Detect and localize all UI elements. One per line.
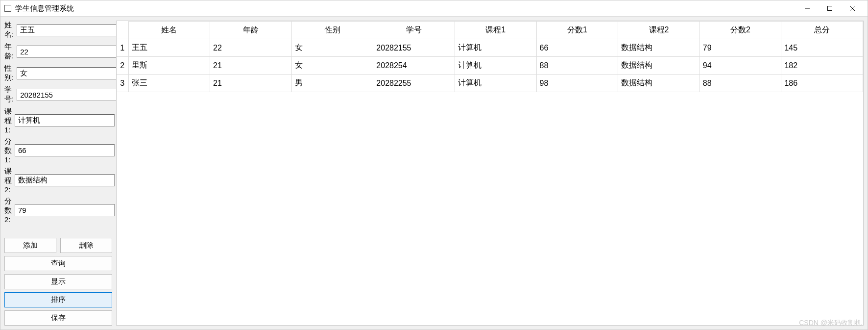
header-score2[interactable]: 分数2 — [699, 22, 781, 39]
cell-age: 21 — [210, 57, 292, 75]
label-sid: 学号: — [4, 85, 14, 104]
table-row[interactable]: 1 王五 22 女 20282155 计算机 66 数据结构 79 145 — [117, 39, 863, 57]
titlebar: 学生信息管理系统 — [0, 0, 868, 16]
table-header-row: 姓名 年龄 性别 学号 课程1 分数1 课程2 分数2 总分 — [117, 22, 863, 39]
label-age: 年龄: — [4, 42, 14, 61]
input-name[interactable] — [17, 24, 117, 36]
cell-course1: 计算机 — [455, 75, 536, 92]
cell-rownum: 3 — [117, 75, 128, 92]
field-score2: 分数2: — [4, 197, 112, 224]
app-window: 学生信息管理系统 姓名: 年龄: 性别: 学号: — [0, 0, 868, 330]
field-course2: 课程2: — [4, 167, 112, 194]
header-name[interactable]: 姓名 — [128, 22, 210, 39]
header-course1[interactable]: 课程1 — [455, 22, 536, 39]
header-course2[interactable]: 课程2 — [618, 22, 700, 39]
cell-score2: 79 — [699, 39, 781, 57]
app-icon — [4, 5, 11, 12]
cell-sid: 2028254 — [373, 57, 455, 75]
label-gender: 性别: — [4, 64, 14, 82]
delete-button[interactable]: 删除 — [60, 238, 112, 253]
cell-gender: 男 — [291, 75, 373, 92]
field-sid: 学号: — [4, 85, 112, 104]
input-age[interactable] — [17, 46, 117, 58]
cell-total: 182 — [781, 57, 863, 75]
cell-course2: 数据结构 — [618, 75, 700, 92]
cell-course1: 计算机 — [455, 39, 536, 57]
cell-rownum: 2 — [117, 57, 128, 75]
body: 姓名: 年龄: 性别: 学号: 课程1: 分数1: — [0, 16, 868, 330]
header-total[interactable]: 总分 — [781, 22, 863, 39]
field-gender: 性别: — [4, 64, 112, 82]
header-rownum — [117, 22, 128, 39]
label-score1: 分数1: — [4, 137, 12, 164]
sidebar: 姓名: 年龄: 性别: 学号: 课程1: 分数1: — [4, 21, 112, 326]
header-age[interactable]: 年龄 — [210, 22, 292, 39]
label-score2: 分数2: — [4, 197, 12, 224]
cell-course2: 数据结构 — [618, 39, 700, 57]
field-score1: 分数1: — [4, 137, 112, 164]
cell-gender: 女 — [291, 57, 373, 75]
minimize-icon — [804, 5, 810, 11]
window-title: 学生信息管理系统 — [15, 4, 74, 13]
cell-name: 张三 — [128, 75, 210, 92]
cell-sid: 20282255 — [373, 75, 455, 92]
cell-score2: 88 — [699, 75, 781, 92]
cell-course1: 计算机 — [455, 57, 536, 75]
cell-course2: 数据结构 — [618, 57, 700, 75]
maximize-button[interactable] — [819, 0, 841, 16]
header-sid[interactable]: 学号 — [373, 22, 455, 39]
input-gender[interactable] — [17, 67, 117, 79]
input-score2[interactable] — [15, 204, 115, 216]
cell-rownum: 1 — [117, 39, 128, 57]
add-button[interactable]: 添加 — [4, 238, 56, 253]
label-name: 姓名: — [4, 21, 14, 39]
close-icon — [849, 5, 855, 11]
svg-rect-1 — [828, 6, 832, 11]
cell-gender: 女 — [291, 39, 373, 57]
header-score1[interactable]: 分数1 — [536, 22, 618, 39]
label-course2: 课程2: — [4, 167, 12, 194]
header-gender[interactable]: 性别 — [291, 22, 373, 39]
input-course2[interactable] — [15, 174, 115, 186]
cell-total: 186 — [781, 75, 863, 92]
field-age: 年龄: — [4, 42, 112, 61]
cell-score1: 88 — [536, 57, 618, 75]
cell-age: 21 — [210, 75, 292, 92]
sort-button[interactable]: 排序 — [4, 292, 112, 307]
cell-score1: 66 — [536, 39, 618, 57]
label-course1: 课程1: — [4, 107, 12, 134]
close-button[interactable] — [841, 0, 864, 16]
table-row[interactable]: 3 张三 21 男 20282255 计算机 98 数据结构 88 186 — [117, 75, 863, 92]
cell-name: 里斯 — [128, 57, 210, 75]
query-button[interactable]: 查询 — [4, 256, 112, 271]
cell-sid: 20282155 — [373, 39, 455, 57]
maximize-icon — [827, 5, 833, 11]
input-score1[interactable] — [15, 144, 115, 156]
cell-score1: 98 — [536, 75, 618, 92]
input-course1[interactable] — [15, 114, 115, 127]
table-container: 姓名 年龄 性别 学号 课程1 分数1 课程2 分数2 总分 1 王五 — [116, 21, 864, 326]
student-table: 姓名 年龄 性别 学号 课程1 分数1 课程2 分数2 总分 1 王五 — [117, 21, 863, 92]
field-name: 姓名: — [4, 21, 112, 39]
cell-name: 王五 — [128, 39, 210, 57]
save-button[interactable]: 保存 — [4, 310, 112, 326]
show-button[interactable]: 显示 — [4, 274, 112, 289]
cell-score2: 94 — [699, 57, 781, 75]
cell-total: 145 — [781, 39, 863, 57]
cell-age: 22 — [210, 39, 292, 57]
minimize-button[interactable] — [796, 0, 819, 16]
field-course1: 课程1: — [4, 107, 112, 134]
table-row[interactable]: 2 里斯 21 女 2028254 计算机 88 数据结构 94 182 — [117, 57, 863, 75]
input-sid[interactable] — [17, 89, 117, 101]
